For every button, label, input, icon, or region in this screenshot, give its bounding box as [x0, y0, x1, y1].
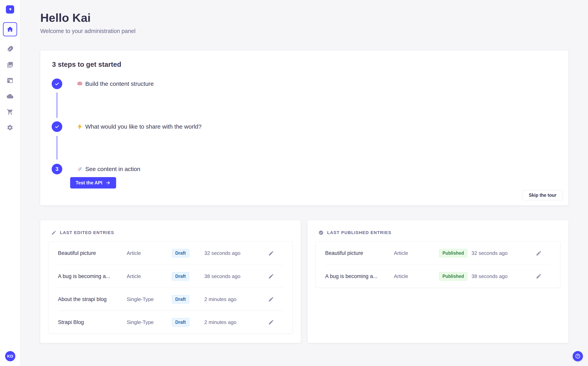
entry-title: About the strapi blog	[58, 296, 127, 302]
check-icon	[54, 124, 60, 129]
cart-icon	[7, 109, 13, 115]
sidebar-item-settings[interactable]	[4, 122, 16, 133]
pictures-icon	[7, 61, 13, 68]
widget-title: LAST EDITED ENTRIES	[60, 230, 114, 235]
entry-kind: Article	[127, 250, 172, 256]
entry-kind: Single-Type	[127, 319, 172, 325]
strapi-logo[interactable]	[6, 5, 14, 14]
entry-time: 2 minutes ago	[204, 319, 268, 325]
entry-time: 38 seconds ago	[204, 273, 268, 279]
status-badge: Draft	[172, 318, 189, 327]
step-3-label: See content in action	[77, 164, 140, 174]
step-2-label: What would you like to share with the wo…	[77, 121, 201, 132]
logo-section	[0, 0, 20, 19]
step-1-label: Build the content structure	[77, 78, 154, 89]
edit-entry-button[interactable]	[535, 250, 542, 256]
step-3-circle-number: 3	[52, 164, 62, 174]
last-edited-entries-widget: LAST EDITED ENTRIES Beautiful picture Ar…	[40, 220, 301, 343]
sidebar-item-media-library[interactable]	[4, 59, 16, 70]
sidebar-item-home[interactable]	[3, 22, 17, 36]
entry-title: Strapi Blog	[58, 319, 127, 325]
skip-tour-button[interactable]: Skip the tour	[522, 190, 563, 200]
arrow-right-icon	[106, 180, 111, 185]
onboarding-card: 3 steps to get started Build the content…	[40, 51, 568, 205]
last-published-entries-widget: LAST PUBLISHED ENTRIES Beautiful picture…	[308, 220, 568, 343]
edit-entry-button[interactable]	[535, 273, 542, 279]
table-row: Strapi Blog Single-Type Draft 2 minutes …	[58, 311, 283, 334]
status-badge: Draft	[172, 295, 189, 304]
entry-title: Beautiful picture	[325, 250, 394, 256]
sidebar-item-content-manager[interactable]	[4, 43, 16, 55]
strapi-logo-icon	[8, 7, 13, 12]
edit-entry-button[interactable]	[268, 296, 274, 302]
test-api-button[interactable]: Test the API	[70, 177, 116, 189]
widget-title: LAST PUBLISHED ENTRIES	[327, 230, 391, 235]
check-circle-icon	[318, 230, 324, 235]
rocket-emoji	[77, 166, 83, 172]
entry-title: A bug is becoming a...	[325, 273, 394, 279]
entry-title: A bug is becoming a...	[58, 273, 127, 279]
table-row: A bug is becoming a... Article Published…	[325, 265, 551, 288]
entry-kind: Article	[394, 273, 439, 279]
entry-title: Beautiful picture	[58, 250, 127, 256]
step-connector-2	[57, 136, 57, 160]
status-badge: Draft	[172, 272, 189, 281]
entries-table: Beautiful picture Article Published 32 s…	[316, 242, 560, 288]
entry-kind: Article	[127, 273, 172, 279]
table-row: Beautiful picture Article Published 32 s…	[325, 242, 551, 265]
pencil-icon	[268, 273, 274, 279]
pencil-icon	[51, 230, 56, 235]
cloud-icon	[7, 93, 13, 99]
table-row: A bug is becoming a... Article Draft 38 …	[58, 265, 283, 288]
widget-header: LAST PUBLISHED ENTRIES	[318, 230, 391, 235]
widget-header: LAST EDITED ENTRIES	[51, 230, 114, 235]
sidebar-item-marketplace[interactable]	[4, 106, 16, 118]
brain-emoji	[77, 81, 83, 87]
user-avatar[interactable]: KD	[5, 351, 15, 361]
sidebar: KD	[0, 0, 20, 366]
pencil-icon	[268, 296, 274, 302]
check-icon	[54, 81, 60, 86]
zap-emoji	[77, 124, 83, 130]
onboarding-title: 3 steps to get started	[52, 61, 121, 68]
entry-kind: Single-Type	[127, 296, 172, 302]
layout-icon	[7, 77, 13, 84]
pencil-icon	[268, 250, 274, 256]
entry-time: 32 seconds ago	[472, 250, 535, 256]
status-badge: Draft	[172, 249, 189, 257]
entry-time: 2 minutes ago	[204, 296, 268, 302]
page-subtitle: Welcome to your administration panel	[40, 28, 136, 34]
status-badge: Published	[439, 249, 467, 257]
page-title: Hello Kai	[40, 11, 91, 24]
edit-entry-button[interactable]	[268, 273, 274, 279]
pencil-icon	[536, 250, 542, 256]
table-row: About the strapi blog Single-Type Draft …	[58, 288, 283, 311]
help-icon	[575, 353, 581, 359]
help-button[interactable]	[573, 351, 583, 361]
feather-icon	[7, 46, 13, 53]
step-2-circle-done	[52, 121, 62, 132]
sidebar-nav	[0, 19, 20, 133]
home-icon	[7, 26, 14, 33]
edit-entry-button[interactable]	[268, 250, 274, 256]
pencil-icon	[268, 319, 274, 325]
table-row: Beautiful picture Article Draft 32 secon…	[58, 242, 283, 265]
entry-time: 32 seconds ago	[204, 250, 268, 256]
gear-icon	[7, 124, 13, 131]
edit-entry-button[interactable]	[268, 319, 274, 325]
entry-time: 38 seconds ago	[472, 273, 535, 279]
step-connector-1	[57, 92, 57, 118]
sidebar-item-cloud[interactable]	[4, 91, 16, 102]
pencil-icon	[536, 273, 542, 279]
entries-table: Beautiful picture Article Draft 32 secon…	[48, 242, 293, 334]
entry-kind: Article	[394, 250, 439, 256]
sidebar-item-content-type-builder[interactable]	[4, 75, 16, 86]
step-1-circle-done	[52, 78, 62, 89]
status-badge: Published	[439, 272, 467, 281]
